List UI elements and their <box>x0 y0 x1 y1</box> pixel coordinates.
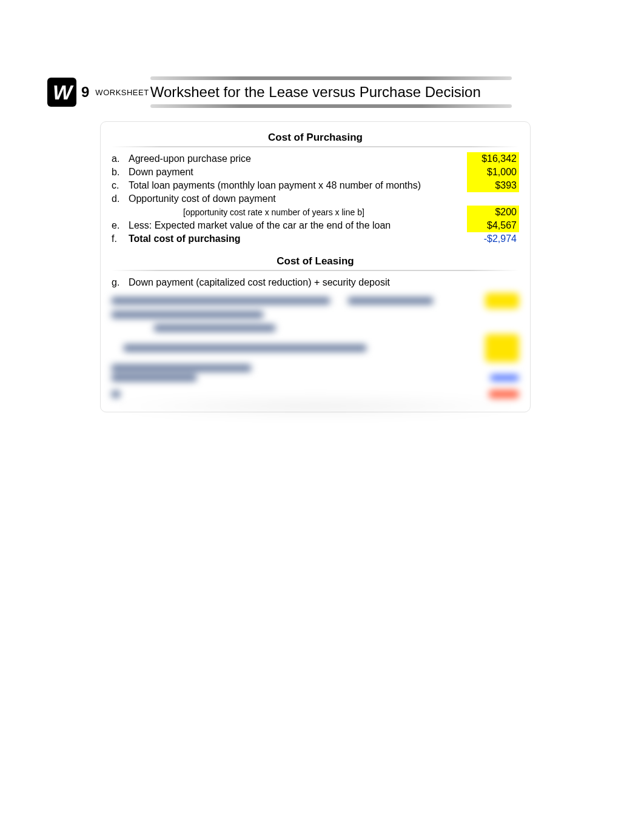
worksheet-number: 9 <box>81 84 89 101</box>
row-value: $1,000 <box>467 166 519 179</box>
blurred-text <box>348 297 433 304</box>
row-marker: e. <box>112 219 129 232</box>
worksheet-card: Cost of Purchasing a. Agreed-upon purcha… <box>100 121 531 412</box>
section-rule <box>112 270 519 271</box>
blurred-region <box>112 293 519 398</box>
row-g: g. Down payment (capitalized cost reduct… <box>112 276 519 289</box>
row-a: a. Agreed-upon purchase price $16,342 <box>112 152 519 166</box>
row-label: Down payment <box>129 166 467 179</box>
row-marker: f. <box>112 232 129 246</box>
blurred-text <box>124 344 366 352</box>
blurred-text <box>154 324 275 332</box>
row-value: $4,567 <box>467 219 519 232</box>
spacer <box>112 246 519 252</box>
row-e: e. Less: Expected market value of the ca… <box>112 219 519 232</box>
page-header: W 9 WORKSHEET Worksheet for the Lease ve… <box>47 78 644 107</box>
row-value: $16,342 <box>467 152 519 166</box>
row-d-formula: [opportunity cost rate x number of years… <box>112 206 519 219</box>
row-label: Opportunity cost of down payment <box>129 192 467 206</box>
row-b: b. Down payment $1,000 <box>112 166 519 179</box>
row-marker: c. <box>112 179 129 192</box>
row-marker: d. <box>112 192 129 206</box>
formula-note: [opportunity cost rate x number of years… <box>129 206 467 219</box>
row-value: -$2,974 <box>467 232 519 246</box>
row-label: Total loan payments (monthly loan paymen… <box>129 179 467 192</box>
row-value: $393 <box>467 179 519 192</box>
section-rule <box>112 146 519 147</box>
row-d: d. Opportunity cost of down payment <box>112 192 519 206</box>
row-marker: a. <box>112 152 129 166</box>
row-value: $200 <box>467 206 519 219</box>
blurred-value-red <box>489 390 519 398</box>
blurred-text <box>112 374 196 381</box>
row-label: Agreed-upon purchase price <box>129 152 467 166</box>
blurred-text <box>112 297 330 304</box>
row-label: Down payment (capitalized cost reduction… <box>129 276 467 289</box>
blurred-value-blue <box>490 375 519 381</box>
row-marker: b. <box>112 166 129 179</box>
row-marker: g. <box>112 276 129 289</box>
blurred-text <box>112 311 263 318</box>
blurred-text <box>112 364 251 372</box>
blurred-value-highlight <box>485 293 519 309</box>
row-label: Less: Expected market value of the car a… <box>129 219 467 232</box>
worksheet-badge: W <box>47 78 76 107</box>
blurred-value-highlight <box>485 334 519 362</box>
page-title: Worksheet for the Lease versus Purchase … <box>150 84 481 101</box>
row-f: f. Total cost of purchasing -$2,974 <box>112 232 519 246</box>
section-title-leasing: Cost of Leasing <box>112 252 519 270</box>
row-c: c. Total loan payments (monthly loan pay… <box>112 179 519 192</box>
row-label: Total cost of purchasing <box>129 232 467 246</box>
section-title-purchasing: Cost of Purchasing <box>112 128 519 146</box>
blurred-text <box>112 391 120 398</box>
worksheet-small-label: WORKSHEET <box>95 88 149 97</box>
